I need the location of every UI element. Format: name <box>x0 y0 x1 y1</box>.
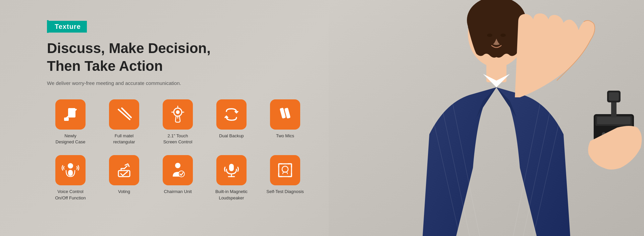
selftest-icon <box>276 161 294 179</box>
svg-point-21 <box>487 34 492 37</box>
svg-rect-9 <box>68 170 73 176</box>
svg-point-22 <box>500 34 506 37</box>
mics-icon <box>276 105 294 124</box>
feature-built-in-speaker: Built-in MagneticLoudspeaker <box>208 155 255 201</box>
svg-point-5 <box>176 111 179 113</box>
voting-icon-box <box>109 155 139 185</box>
subtext: We deliver worry-free meeting and accura… <box>47 80 329 86</box>
self-test-icon-box <box>270 155 300 185</box>
svg-point-12 <box>178 171 184 177</box>
built-in-speaker-label: Built-in MagneticLoudspeaker <box>215 189 248 201</box>
feature-voice-control: Voice ControlOn/Off Function <box>47 155 94 201</box>
feature-two-mics: Two Mics <box>262 99 309 145</box>
voice-control-icon-box <box>55 155 86 185</box>
svg-rect-13 <box>229 164 234 171</box>
svg-point-11 <box>175 163 180 168</box>
feature-voting: Voting <box>101 155 148 201</box>
touch-screen-icon-box <box>163 99 193 130</box>
chairman-unit-label: Chairman Unit <box>164 189 192 195</box>
feature-chairman-unit: Chairman Unit <box>154 155 201 201</box>
touch-icon <box>169 105 187 124</box>
case-icon <box>61 105 79 124</box>
heading-line2: Then Take Action <box>47 58 163 74</box>
backup-icon <box>222 105 240 124</box>
svg-point-8 <box>68 163 73 169</box>
voice-control-label: Voice ControlOn/Off Function <box>55 189 86 201</box>
voice-icon <box>61 161 79 179</box>
rectangular-icon <box>115 105 133 124</box>
self-test-label: Self-Test Diagnosis <box>266 189 304 195</box>
newly-designed-case-label: NewlyDesigned Case <box>56 133 86 145</box>
svg-point-17 <box>282 166 288 172</box>
page-wrapper: Texture Discuss, Make Decision, Then Tak… <box>0 0 644 236</box>
dual-backup-label: Dual Backup <box>219 133 244 139</box>
chairman-unit-icon-box <box>163 155 193 185</box>
full-matel-icon-box <box>109 99 139 130</box>
svg-rect-1 <box>64 117 69 121</box>
built-in-speaker-icon-box <box>216 155 247 185</box>
chairman-icon <box>169 161 187 179</box>
heading-line1: Discuss, Make Decision, <box>47 40 211 56</box>
svg-rect-32 <box>597 117 631 124</box>
texture-label: Texture <box>49 21 87 33</box>
person-illustration <box>329 0 644 236</box>
voting-icon <box>115 161 133 179</box>
svg-rect-36 <box>611 101 616 117</box>
svg-rect-10 <box>118 171 130 177</box>
newly-designed-case-icon-box <box>55 99 86 130</box>
feature-full-matel: Full matelrectangular <box>101 99 148 145</box>
content-area: Texture Discuss, Make Decision, Then Tak… <box>0 0 329 236</box>
main-heading: Discuss, Make Decision, Then Take Action <box>47 40 329 75</box>
features-grid: NewlyDesigned Case Full matelrectangular <box>47 99 329 201</box>
voting-label: Voting <box>118 189 130 195</box>
texture-badge: Texture <box>47 20 87 33</box>
feature-self-test: Self-Test Diagnosis <box>262 155 309 201</box>
feature-dual-backup: Dual Backup <box>208 99 255 145</box>
two-mics-icon-box <box>270 99 300 130</box>
svg-rect-38 <box>609 92 619 101</box>
feature-newly-designed-case: NewlyDesigned Case <box>47 99 94 145</box>
touch-screen-label: 2.1" TouchScreen Control <box>163 133 193 145</box>
dual-backup-icon-box <box>216 99 247 130</box>
full-matel-label: Full matelrectangular <box>113 133 135 145</box>
speaker-icon <box>222 161 240 179</box>
two-mics-label: Two Mics <box>276 133 294 139</box>
svg-rect-16 <box>279 164 291 177</box>
feature-touch-screen: 2.1" TouchScreen Control <box>154 99 201 145</box>
image-area <box>329 0 644 236</box>
